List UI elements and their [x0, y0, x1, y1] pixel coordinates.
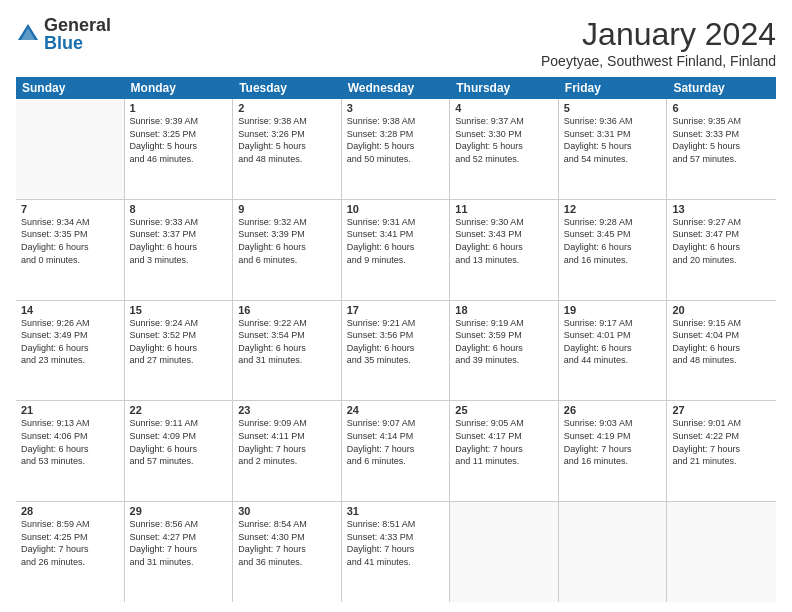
day-info: Sunrise: 9:21 AM Sunset: 3:56 PM Dayligh…	[347, 317, 445, 367]
week-1: 1Sunrise: 9:39 AM Sunset: 3:25 PM Daylig…	[16, 99, 776, 200]
week-3: 14Sunrise: 9:26 AM Sunset: 3:49 PM Dayli…	[16, 301, 776, 402]
day-number: 31	[347, 505, 445, 517]
location: Poeytyae, Southwest Finland, Finland	[541, 53, 776, 69]
day-22: 22Sunrise: 9:11 AM Sunset: 4:09 PM Dayli…	[125, 401, 234, 501]
day-number: 4	[455, 102, 553, 114]
day-number: 16	[238, 304, 336, 316]
day-24: 24Sunrise: 9:07 AM Sunset: 4:14 PM Dayli…	[342, 401, 451, 501]
day-21: 21Sunrise: 9:13 AM Sunset: 4:06 PM Dayli…	[16, 401, 125, 501]
day-number: 28	[21, 505, 119, 517]
day-info: Sunrise: 9:24 AM Sunset: 3:52 PM Dayligh…	[130, 317, 228, 367]
day-26: 26Sunrise: 9:03 AM Sunset: 4:19 PM Dayli…	[559, 401, 668, 501]
page: General Blue January 2024 Poeytyae, Sout…	[0, 0, 792, 612]
day-number: 17	[347, 304, 445, 316]
day-number: 3	[347, 102, 445, 114]
day-info: Sunrise: 9:33 AM Sunset: 3:37 PM Dayligh…	[130, 216, 228, 266]
day-info: Sunrise: 9:17 AM Sunset: 4:01 PM Dayligh…	[564, 317, 662, 367]
day-10: 10Sunrise: 9:31 AM Sunset: 3:41 PM Dayli…	[342, 200, 451, 300]
day-number: 30	[238, 505, 336, 517]
day-number: 14	[21, 304, 119, 316]
day-info: Sunrise: 9:05 AM Sunset: 4:17 PM Dayligh…	[455, 417, 553, 467]
day-8: 8Sunrise: 9:33 AM Sunset: 3:37 PM Daylig…	[125, 200, 234, 300]
day-info: Sunrise: 9:13 AM Sunset: 4:06 PM Dayligh…	[21, 417, 119, 467]
header: General Blue January 2024 Poeytyae, Sout…	[16, 16, 776, 69]
day-info: Sunrise: 9:22 AM Sunset: 3:54 PM Dayligh…	[238, 317, 336, 367]
day-number: 5	[564, 102, 662, 114]
day-number: 19	[564, 304, 662, 316]
day-info: Sunrise: 9:26 AM Sunset: 3:49 PM Dayligh…	[21, 317, 119, 367]
day-info: Sunrise: 9:32 AM Sunset: 3:39 PM Dayligh…	[238, 216, 336, 266]
day-number: 22	[130, 404, 228, 416]
header-friday: Friday	[559, 77, 668, 99]
day-18: 18Sunrise: 9:19 AM Sunset: 3:59 PM Dayli…	[450, 301, 559, 401]
day-number: 26	[564, 404, 662, 416]
day-info: Sunrise: 9:37 AM Sunset: 3:30 PM Dayligh…	[455, 115, 553, 165]
day-11: 11Sunrise: 9:30 AM Sunset: 3:43 PM Dayli…	[450, 200, 559, 300]
day-info: Sunrise: 9:28 AM Sunset: 3:45 PM Dayligh…	[564, 216, 662, 266]
logo-general: General	[44, 16, 111, 34]
day-9: 9Sunrise: 9:32 AM Sunset: 3:39 PM Daylig…	[233, 200, 342, 300]
day-number: 20	[672, 304, 771, 316]
day-number: 10	[347, 203, 445, 215]
empty-day	[559, 502, 668, 602]
day-info: Sunrise: 9:36 AM Sunset: 3:31 PM Dayligh…	[564, 115, 662, 165]
day-1: 1Sunrise: 9:39 AM Sunset: 3:25 PM Daylig…	[125, 99, 234, 199]
day-13: 13Sunrise: 9:27 AM Sunset: 3:47 PM Dayli…	[667, 200, 776, 300]
day-info: Sunrise: 9:09 AM Sunset: 4:11 PM Dayligh…	[238, 417, 336, 467]
day-info: Sunrise: 9:15 AM Sunset: 4:04 PM Dayligh…	[672, 317, 771, 367]
day-info: Sunrise: 8:51 AM Sunset: 4:33 PM Dayligh…	[347, 518, 445, 568]
day-7: 7Sunrise: 9:34 AM Sunset: 3:35 PM Daylig…	[16, 200, 125, 300]
day-number: 12	[564, 203, 662, 215]
week-5: 28Sunrise: 8:59 AM Sunset: 4:25 PM Dayli…	[16, 502, 776, 602]
day-info: Sunrise: 9:34 AM Sunset: 3:35 PM Dayligh…	[21, 216, 119, 266]
day-number: 9	[238, 203, 336, 215]
day-info: Sunrise: 9:19 AM Sunset: 3:59 PM Dayligh…	[455, 317, 553, 367]
day-23: 23Sunrise: 9:09 AM Sunset: 4:11 PM Dayli…	[233, 401, 342, 501]
day-info: Sunrise: 9:38 AM Sunset: 3:26 PM Dayligh…	[238, 115, 336, 165]
day-12: 12Sunrise: 9:28 AM Sunset: 3:45 PM Dayli…	[559, 200, 668, 300]
day-number: 6	[672, 102, 771, 114]
logo-blue: Blue	[44, 34, 111, 52]
day-17: 17Sunrise: 9:21 AM Sunset: 3:56 PM Dayli…	[342, 301, 451, 401]
day-14: 14Sunrise: 9:26 AM Sunset: 3:49 PM Dayli…	[16, 301, 125, 401]
day-29: 29Sunrise: 8:56 AM Sunset: 4:27 PM Dayli…	[125, 502, 234, 602]
day-20: 20Sunrise: 9:15 AM Sunset: 4:04 PM Dayli…	[667, 301, 776, 401]
day-number: 25	[455, 404, 553, 416]
day-28: 28Sunrise: 8:59 AM Sunset: 4:25 PM Dayli…	[16, 502, 125, 602]
empty-day	[16, 99, 125, 199]
day-number: 18	[455, 304, 553, 316]
header-saturday: Saturday	[667, 77, 776, 99]
day-6: 6Sunrise: 9:35 AM Sunset: 3:33 PM Daylig…	[667, 99, 776, 199]
empty-day	[667, 502, 776, 602]
day-number: 21	[21, 404, 119, 416]
day-number: 27	[672, 404, 771, 416]
day-number: 8	[130, 203, 228, 215]
day-info: Sunrise: 9:31 AM Sunset: 3:41 PM Dayligh…	[347, 216, 445, 266]
day-number: 7	[21, 203, 119, 215]
day-number: 24	[347, 404, 445, 416]
day-number: 2	[238, 102, 336, 114]
day-number: 29	[130, 505, 228, 517]
calendar: Sunday Monday Tuesday Wednesday Thursday…	[16, 77, 776, 602]
day-16: 16Sunrise: 9:22 AM Sunset: 3:54 PM Dayli…	[233, 301, 342, 401]
calendar-header: Sunday Monday Tuesday Wednesday Thursday…	[16, 77, 776, 99]
header-sunday: Sunday	[16, 77, 125, 99]
header-wednesday: Wednesday	[342, 77, 451, 99]
day-info: Sunrise: 9:35 AM Sunset: 3:33 PM Dayligh…	[672, 115, 771, 165]
week-2: 7Sunrise: 9:34 AM Sunset: 3:35 PM Daylig…	[16, 200, 776, 301]
logo-icon	[16, 22, 40, 46]
day-info: Sunrise: 8:54 AM Sunset: 4:30 PM Dayligh…	[238, 518, 336, 568]
day-number: 13	[672, 203, 771, 215]
day-31: 31Sunrise: 8:51 AM Sunset: 4:33 PM Dayli…	[342, 502, 451, 602]
day-15: 15Sunrise: 9:24 AM Sunset: 3:52 PM Dayli…	[125, 301, 234, 401]
day-27: 27Sunrise: 9:01 AM Sunset: 4:22 PM Dayli…	[667, 401, 776, 501]
day-info: Sunrise: 8:59 AM Sunset: 4:25 PM Dayligh…	[21, 518, 119, 568]
calendar-body: 1Sunrise: 9:39 AM Sunset: 3:25 PM Daylig…	[16, 99, 776, 602]
day-number: 11	[455, 203, 553, 215]
day-30: 30Sunrise: 8:54 AM Sunset: 4:30 PM Dayli…	[233, 502, 342, 602]
day-19: 19Sunrise: 9:17 AM Sunset: 4:01 PM Dayli…	[559, 301, 668, 401]
month-title: January 2024	[541, 16, 776, 53]
header-monday: Monday	[125, 77, 234, 99]
day-3: 3Sunrise: 9:38 AM Sunset: 3:28 PM Daylig…	[342, 99, 451, 199]
title-block: January 2024 Poeytyae, Southwest Finland…	[541, 16, 776, 69]
